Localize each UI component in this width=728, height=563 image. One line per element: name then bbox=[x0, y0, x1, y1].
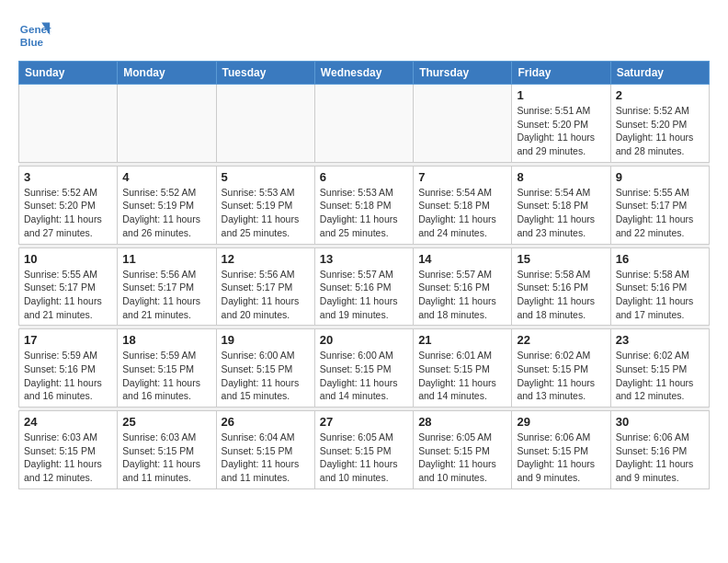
header: GeneralBlue bbox=[18, 18, 710, 52]
day-number: 13 bbox=[320, 252, 408, 266]
day-header-saturday: Saturday bbox=[610, 62, 709, 85]
day-info: Sunrise: 6:01 AM Sunset: 5:15 PM Dayligh… bbox=[418, 349, 506, 403]
day-info: Sunrise: 5:56 AM Sunset: 5:17 PM Dayligh… bbox=[222, 268, 310, 322]
day-cell: 23Sunrise: 6:02 AM Sunset: 5:15 PM Dayli… bbox=[610, 329, 709, 408]
day-cell: 30Sunrise: 6:06 AM Sunset: 5:16 PM Dayli… bbox=[610, 411, 709, 489]
day-cell: 22Sunrise: 6:02 AM Sunset: 5:15 PM Dayli… bbox=[512, 329, 610, 408]
day-cell: 2Sunrise: 5:52 AM Sunset: 5:20 PM Daylig… bbox=[610, 85, 709, 163]
day-cell bbox=[216, 85, 314, 163]
day-cell: 24Sunrise: 6:03 AM Sunset: 5:15 PM Dayli… bbox=[19, 411, 118, 489]
day-cell: 25Sunrise: 6:03 AM Sunset: 5:15 PM Dayli… bbox=[118, 411, 216, 489]
day-number: 28 bbox=[418, 415, 506, 429]
day-number: 10 bbox=[24, 252, 112, 266]
week-row-4: 17Sunrise: 5:59 AM Sunset: 5:16 PM Dayli… bbox=[19, 329, 710, 408]
day-cell bbox=[118, 85, 216, 163]
day-cell: 19Sunrise: 6:00 AM Sunset: 5:15 PM Dayli… bbox=[216, 329, 314, 408]
day-cell bbox=[314, 85, 413, 163]
day-header-wednesday: Wednesday bbox=[314, 62, 413, 85]
day-number: 22 bbox=[517, 333, 605, 347]
day-cell: 14Sunrise: 5:57 AM Sunset: 5:16 PM Dayli… bbox=[414, 247, 512, 326]
week-row-3: 10Sunrise: 5:55 AM Sunset: 5:17 PM Dayli… bbox=[19, 247, 710, 326]
day-number: 19 bbox=[222, 333, 310, 347]
day-cell: 3Sunrise: 5:52 AM Sunset: 5:20 PM Daylig… bbox=[19, 166, 118, 244]
day-number: 11 bbox=[122, 252, 210, 266]
day-info: Sunrise: 5:58 AM Sunset: 5:16 PM Dayligh… bbox=[616, 268, 704, 322]
day-info: Sunrise: 6:05 AM Sunset: 5:15 PM Dayligh… bbox=[320, 431, 408, 485]
day-cell: 26Sunrise: 6:04 AM Sunset: 5:15 PM Dayli… bbox=[216, 411, 314, 489]
day-info: Sunrise: 6:03 AM Sunset: 5:15 PM Dayligh… bbox=[24, 431, 112, 485]
day-number: 26 bbox=[222, 415, 310, 429]
day-cell: 27Sunrise: 6:05 AM Sunset: 5:15 PM Dayli… bbox=[314, 411, 413, 489]
day-number: 6 bbox=[320, 170, 408, 184]
day-cell: 8Sunrise: 5:54 AM Sunset: 5:18 PM Daylig… bbox=[512, 166, 610, 244]
day-number: 1 bbox=[517, 88, 605, 102]
day-info: Sunrise: 5:57 AM Sunset: 5:16 PM Dayligh… bbox=[418, 268, 506, 322]
day-cell: 9Sunrise: 5:55 AM Sunset: 5:17 PM Daylig… bbox=[610, 166, 709, 244]
day-info: Sunrise: 6:00 AM Sunset: 5:15 PM Dayligh… bbox=[320, 349, 408, 403]
day-header-friday: Friday bbox=[512, 62, 610, 85]
day-number: 30 bbox=[616, 415, 704, 429]
day-info: Sunrise: 5:55 AM Sunset: 5:17 PM Dayligh… bbox=[616, 186, 704, 240]
day-number: 2 bbox=[616, 88, 704, 102]
day-cell: 20Sunrise: 6:00 AM Sunset: 5:15 PM Dayli… bbox=[314, 329, 413, 408]
day-info: Sunrise: 5:58 AM Sunset: 5:16 PM Dayligh… bbox=[517, 268, 605, 322]
day-number: 7 bbox=[418, 170, 506, 184]
day-info: Sunrise: 6:06 AM Sunset: 5:15 PM Dayligh… bbox=[517, 431, 605, 485]
header-row: SundayMondayTuesdayWednesdayThursdayFrid… bbox=[19, 62, 710, 85]
day-info: Sunrise: 6:02 AM Sunset: 5:15 PM Dayligh… bbox=[517, 349, 605, 403]
day-number: 12 bbox=[222, 252, 310, 266]
day-cell: 11Sunrise: 5:56 AM Sunset: 5:17 PM Dayli… bbox=[118, 247, 216, 326]
calendar: SundayMondayTuesdayWednesdayThursdayFrid… bbox=[18, 61, 710, 489]
day-number: 9 bbox=[616, 170, 704, 184]
day-cell: 17Sunrise: 5:59 AM Sunset: 5:16 PM Dayli… bbox=[19, 329, 118, 408]
day-info: Sunrise: 6:00 AM Sunset: 5:15 PM Dayligh… bbox=[222, 349, 310, 403]
day-cell: 13Sunrise: 5:57 AM Sunset: 5:16 PM Dayli… bbox=[314, 247, 413, 326]
day-number: 14 bbox=[418, 252, 506, 266]
day-header-thursday: Thursday bbox=[414, 62, 512, 85]
day-number: 18 bbox=[122, 333, 210, 347]
day-number: 5 bbox=[222, 170, 310, 184]
day-info: Sunrise: 5:55 AM Sunset: 5:17 PM Dayligh… bbox=[24, 268, 112, 322]
day-info: Sunrise: 5:59 AM Sunset: 5:16 PM Dayligh… bbox=[24, 349, 112, 403]
day-cell: 12Sunrise: 5:56 AM Sunset: 5:17 PM Dayli… bbox=[216, 247, 314, 326]
day-number: 29 bbox=[517, 415, 605, 429]
day-number: 8 bbox=[517, 170, 605, 184]
svg-text:Blue: Blue bbox=[20, 36, 44, 48]
day-info: Sunrise: 6:05 AM Sunset: 5:15 PM Dayligh… bbox=[418, 431, 506, 485]
day-info: Sunrise: 5:53 AM Sunset: 5:18 PM Dayligh… bbox=[320, 186, 408, 240]
day-cell: 16Sunrise: 5:58 AM Sunset: 5:16 PM Dayli… bbox=[610, 247, 709, 326]
day-number: 21 bbox=[418, 333, 506, 347]
day-number: 17 bbox=[24, 333, 112, 347]
day-number: 3 bbox=[24, 170, 112, 184]
day-cell: 15Sunrise: 5:58 AM Sunset: 5:16 PM Dayli… bbox=[512, 247, 610, 326]
day-info: Sunrise: 5:56 AM Sunset: 5:17 PM Dayligh… bbox=[122, 268, 210, 322]
day-info: Sunrise: 5:54 AM Sunset: 5:18 PM Dayligh… bbox=[517, 186, 605, 240]
day-number: 23 bbox=[616, 333, 704, 347]
day-cell bbox=[19, 85, 118, 163]
day-info: Sunrise: 5:53 AM Sunset: 5:19 PM Dayligh… bbox=[222, 186, 310, 240]
day-info: Sunrise: 5:59 AM Sunset: 5:15 PM Dayligh… bbox=[122, 349, 210, 403]
day-cell bbox=[414, 85, 512, 163]
day-cell: 18Sunrise: 5:59 AM Sunset: 5:15 PM Dayli… bbox=[118, 329, 216, 408]
day-info: Sunrise: 5:52 AM Sunset: 5:19 PM Dayligh… bbox=[122, 186, 210, 240]
day-number: 20 bbox=[320, 333, 408, 347]
day-info: Sunrise: 5:57 AM Sunset: 5:16 PM Dayligh… bbox=[320, 268, 408, 322]
day-header-sunday: Sunday bbox=[19, 62, 118, 85]
day-cell: 28Sunrise: 6:05 AM Sunset: 5:15 PM Dayli… bbox=[414, 411, 512, 489]
day-header-tuesday: Tuesday bbox=[216, 62, 314, 85]
day-info: Sunrise: 6:06 AM Sunset: 5:16 PM Dayligh… bbox=[616, 431, 704, 485]
day-info: Sunrise: 6:04 AM Sunset: 5:15 PM Dayligh… bbox=[222, 431, 310, 485]
day-cell: 7Sunrise: 5:54 AM Sunset: 5:18 PM Daylig… bbox=[414, 166, 512, 244]
day-cell: 4Sunrise: 5:52 AM Sunset: 5:19 PM Daylig… bbox=[118, 166, 216, 244]
logo-icon: GeneralBlue bbox=[18, 18, 51, 52]
day-cell: 6Sunrise: 5:53 AM Sunset: 5:18 PM Daylig… bbox=[314, 166, 413, 244]
day-info: Sunrise: 5:52 AM Sunset: 5:20 PM Dayligh… bbox=[616, 104, 704, 158]
day-info: Sunrise: 5:52 AM Sunset: 5:20 PM Dayligh… bbox=[24, 186, 112, 240]
day-number: 16 bbox=[616, 252, 704, 266]
week-row-2: 3Sunrise: 5:52 AM Sunset: 5:20 PM Daylig… bbox=[19, 166, 710, 244]
day-number: 24 bbox=[24, 415, 112, 429]
day-cell: 29Sunrise: 6:06 AM Sunset: 5:15 PM Dayli… bbox=[512, 411, 610, 489]
week-row-1: 1Sunrise: 5:51 AM Sunset: 5:20 PM Daylig… bbox=[19, 85, 710, 163]
day-info: Sunrise: 6:02 AM Sunset: 5:15 PM Dayligh… bbox=[616, 349, 704, 403]
day-number: 4 bbox=[122, 170, 210, 184]
